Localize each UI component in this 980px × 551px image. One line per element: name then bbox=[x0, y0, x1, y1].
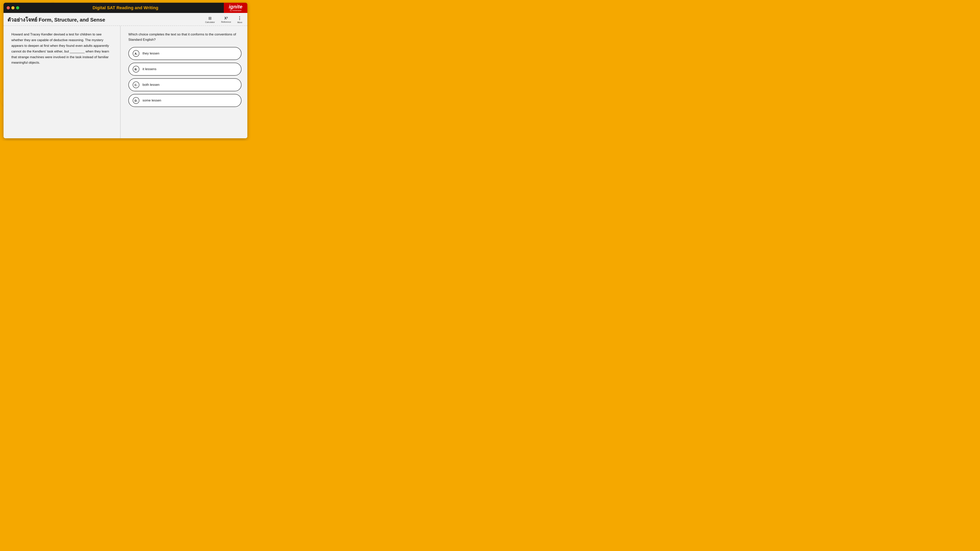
option-text-c: both lessen bbox=[143, 83, 159, 87]
main-content: Howard and Tracey Kendler devised a test… bbox=[3, 26, 247, 138]
option-text-d: some lessen bbox=[143, 98, 161, 102]
ignite-logo: ignite by OnDemand bbox=[224, 3, 247, 13]
right-panel: Which choice completes the text so that … bbox=[121, 26, 247, 138]
main-window: Digital SAT Reading and Writing ignite b… bbox=[3, 3, 247, 138]
option-letter-a: A. bbox=[133, 50, 139, 57]
toolbar: ตัวอย่างโจทย์ Form, Structure, and Sense… bbox=[3, 13, 247, 26]
more-button[interactable]: ⋮ More bbox=[236, 15, 243, 24]
option-a[interactable]: A.they lessen bbox=[128, 47, 242, 60]
calculator-label: Calculator bbox=[205, 21, 215, 23]
option-text-b: it lessens bbox=[143, 67, 156, 71]
reference-button[interactable]: X² Reference bbox=[220, 16, 232, 24]
options-list: A.they lessenB.it lessensC.both lessenD.… bbox=[128, 47, 242, 107]
more-label: More bbox=[237, 21, 242, 24]
page-title: ตัวอย่างโจทย์ Form, Structure, and Sense bbox=[8, 16, 105, 24]
toolbar-right: ⊞ Calculator X² Reference ⋮ More bbox=[204, 15, 243, 24]
option-letter-b: B. bbox=[133, 66, 139, 73]
more-icon: ⋮ bbox=[237, 16, 242, 21]
option-c[interactable]: C.both lessen bbox=[128, 78, 242, 91]
option-letter-c: C. bbox=[133, 81, 139, 88]
reference-icon: X² bbox=[224, 16, 228, 21]
option-b[interactable]: B.it lessens bbox=[128, 63, 242, 76]
reference-label: Reference bbox=[221, 21, 231, 23]
question-text: Which choice completes the text so that … bbox=[128, 32, 242, 42]
calculator-button[interactable]: ⊞ Calculator bbox=[204, 15, 216, 24]
minimize-button[interactable] bbox=[11, 6, 14, 10]
option-text-a: they lessen bbox=[143, 51, 159, 56]
left-panel: Howard and Tracey Kendler devised a test… bbox=[3, 26, 121, 138]
ignite-logo-sub: by OnDemand bbox=[230, 10, 241, 11]
option-letter-d: D. bbox=[133, 97, 139, 104]
window-title: Digital SAT Reading and Writing bbox=[92, 5, 158, 10]
ignite-logo-text: ignite bbox=[229, 4, 242, 9]
passage-text: Howard and Tracey Kendler devised a test… bbox=[11, 32, 114, 66]
calculator-icon: ⊞ bbox=[208, 16, 212, 21]
titlebar: Digital SAT Reading and Writing ignite b… bbox=[3, 3, 247, 13]
option-d[interactable]: D.some lessen bbox=[128, 94, 242, 107]
window-controls bbox=[7, 6, 19, 10]
content-area: ตัวอย่างโจทย์ Form, Structure, and Sense… bbox=[3, 13, 247, 138]
close-button[interactable] bbox=[7, 6, 10, 10]
maximize-button[interactable] bbox=[16, 6, 19, 10]
